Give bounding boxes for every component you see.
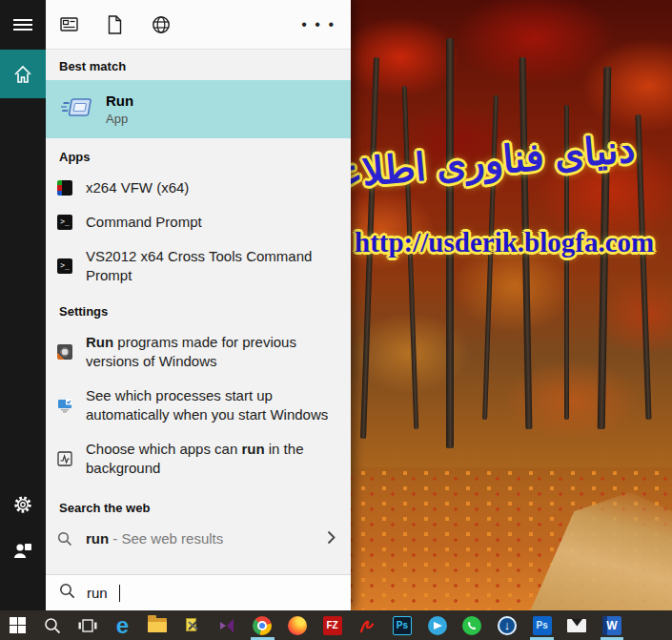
taskbar-whatsapp[interactable] xyxy=(455,610,490,640)
run-app-icon xyxy=(61,95,93,124)
photoshop-cs-icon: Ps xyxy=(393,616,412,635)
section-header-web: Search the web xyxy=(59,501,351,515)
taskbar-file-explorer[interactable] xyxy=(140,610,175,640)
startup-monitor-icon xyxy=(57,398,72,413)
documents-filter-icon[interactable] xyxy=(107,15,123,34)
taskbar-acrobat[interactable] xyxy=(350,610,385,640)
taskbar: e FZ xyxy=(0,610,672,640)
x264-icon xyxy=(57,180,72,196)
apps-filter-icon[interactable] xyxy=(60,15,78,33)
setting-result-startup[interactable]: See which processes start up automatical… xyxy=(46,379,351,432)
command-prompt-icon: >_ xyxy=(57,258,72,274)
taskbar-visual-studio[interactable] xyxy=(210,610,245,640)
taskbar-search-button[interactable] xyxy=(35,610,71,640)
whatsapp-icon xyxy=(462,616,481,635)
chevron-right-icon[interactable] xyxy=(327,530,336,548)
web-result-label: run - See web results xyxy=(86,529,223,548)
setting-label: See which processes start up automatical… xyxy=(86,386,336,424)
app-result-command-prompt[interactable]: >_ Command Prompt xyxy=(46,205,351,239)
section-header-best-match: Best match xyxy=(59,59,351,73)
taskbar-photoshop-cs[interactable]: Ps xyxy=(385,610,420,640)
task-view-button[interactable] xyxy=(70,610,105,640)
home-tab[interactable] xyxy=(0,50,46,98)
compatibility-icon xyxy=(57,344,72,360)
app-result-x264[interactable]: x264 VFW (x64) xyxy=(46,171,351,205)
acrobat-reader-icon xyxy=(358,617,376,634)
feedback-button[interactable] xyxy=(0,531,46,569)
taskbar-filezilla[interactable]: FZ xyxy=(315,610,350,640)
filezilla-icon: FZ xyxy=(323,616,342,635)
taskbar-photoshop-cc[interactable]: Ps xyxy=(524,610,560,640)
telegram-icon xyxy=(428,616,447,635)
taskbar-download-manager[interactable]: ↓ xyxy=(490,610,525,640)
search-glass-icon xyxy=(57,531,72,547)
start-button[interactable] xyxy=(0,610,35,640)
background-apps-icon xyxy=(57,451,72,466)
setting-result-background-apps[interactable]: Choose which apps can run in the backgro… xyxy=(46,432,351,485)
app-result-label: VS2012 x64 Cross Tools Command Prompt xyxy=(86,247,336,285)
windows-logo-icon xyxy=(10,617,26,633)
home-icon xyxy=(12,64,33,85)
search-query-text: run xyxy=(87,585,108,601)
search-icon xyxy=(59,583,75,603)
command-prompt-icon: >_ xyxy=(57,215,72,230)
best-match-result-run[interactable]: Run App xyxy=(46,80,351,138)
app-result-vs2012-prompt[interactable]: >_ VS2012 x64 Cross Tools Command Prompt xyxy=(46,239,351,293)
download-arrow-icon: ↓ xyxy=(498,616,517,635)
taskbar-firefox[interactable] xyxy=(280,610,316,640)
word-icon: W xyxy=(602,616,621,635)
gear-icon xyxy=(12,494,33,515)
photoshop-cc-icon: Ps xyxy=(533,616,552,635)
app-result-label: x264 VFW (x64) xyxy=(86,178,189,197)
web-filter-icon[interactable] xyxy=(152,15,171,34)
taskbar-mail[interactable] xyxy=(560,610,595,640)
section-header-apps: Apps xyxy=(59,150,351,164)
search-filter-bar: • • • xyxy=(46,0,351,50)
taskbar-chrome[interactable] xyxy=(245,610,280,640)
setting-label: Choose which apps can run in the backgro… xyxy=(86,440,336,478)
taskbar-telegram[interactable] xyxy=(419,610,455,640)
chrome-icon xyxy=(253,616,272,635)
text-cursor xyxy=(119,585,120,602)
web-result-run[interactable]: run - See web results xyxy=(46,522,351,556)
wallpaper-watermark-url: http://usderik.blogfa.com xyxy=(355,227,654,258)
windows-desktop-screen: دنیای فناوری اطلاعات http://usderik.blog… xyxy=(0,0,672,640)
search-icon xyxy=(44,617,61,634)
app-result-label: Command Prompt xyxy=(86,213,202,232)
setting-result-compatibility[interactable]: Run programs made for previous versions … xyxy=(46,325,351,379)
taskbar-word[interactable]: W xyxy=(595,610,630,640)
more-options-button[interactable]: • • • xyxy=(301,20,336,30)
visual-studio-icon xyxy=(218,617,235,634)
search-input[interactable]: run xyxy=(46,574,351,610)
firefox-icon xyxy=(288,616,307,635)
best-match-title: Run xyxy=(106,93,133,109)
taskbar-tools-app[interactable] xyxy=(174,610,210,640)
start-search-panel: • • • Best match xyxy=(0,0,351,610)
tools-icon xyxy=(185,618,200,633)
settings-button[interactable] xyxy=(0,485,46,524)
tree-trunk xyxy=(635,114,651,420)
search-results-pane: • • • Best match xyxy=(46,0,351,610)
taskbar-edge[interactable]: e xyxy=(105,610,140,640)
edge-icon: e xyxy=(116,615,129,636)
hamburger-icon xyxy=(13,16,32,33)
setting-label: Run programs made for previous versions … xyxy=(86,333,336,371)
task-view-icon xyxy=(78,618,97,633)
best-match-subtitle: App xyxy=(106,112,133,126)
person-feedback-icon xyxy=(12,540,33,561)
search-rail xyxy=(0,0,46,610)
section-header-settings: Settings xyxy=(59,304,351,319)
menu-button[interactable] xyxy=(0,0,46,50)
mail-icon xyxy=(567,619,586,632)
file-explorer-icon xyxy=(148,618,167,632)
search-results-list: Best match Run App xyxy=(46,50,351,574)
